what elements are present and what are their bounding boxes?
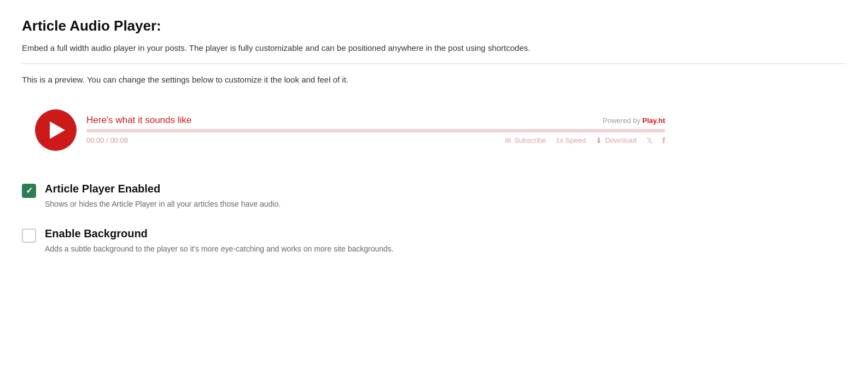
- time-current: 00:00: [86, 136, 104, 144]
- page-title: Article Audio Player:: [22, 17, 846, 34]
- setting-label-background: Enable Background: [45, 227, 394, 240]
- checkbox-article-player-enabled[interactable]: ✓: [22, 184, 36, 198]
- powered-by-prefix: Powered by: [603, 116, 642, 125]
- time-total: 00:08: [110, 136, 128, 144]
- subscribe-icon: ✉: [505, 136, 511, 145]
- checkbox-empty-unchecked[interactable]: [22, 229, 36, 243]
- checkbox-enable-background[interactable]: [22, 229, 36, 243]
- page-description: Embed a full width audio player in your …: [22, 42, 846, 55]
- progress-bar[interactable]: [86, 129, 665, 132]
- play-icon: [50, 121, 65, 139]
- setting-text-article-player: Article Player Enabled Shows or hides th…: [45, 183, 281, 210]
- facebook-share-control[interactable]: [662, 136, 665, 145]
- setting-text-background: Enable Background Adds a subtle backgrou…: [45, 227, 394, 255]
- subscribe-control[interactable]: ✉ Subscribe: [505, 136, 546, 145]
- player-bottom: 00:00 / 00:08 ✉ Subscribe 1x Speed ⬇ Dow…: [86, 136, 665, 145]
- divider: [22, 63, 846, 64]
- audio-player-preview: Here's what it sounds like Powered by Pl…: [22, 100, 678, 161]
- subscribe-label: Subscribe: [514, 136, 546, 144]
- setting-description-article-player: Shows or hides the Article Player in all…: [45, 198, 281, 210]
- facebook-icon: [662, 136, 665, 145]
- powered-by: Powered by Play.ht: [603, 116, 665, 125]
- speed-control[interactable]: 1x Speed: [556, 136, 586, 144]
- checkmark-icon: ✓: [26, 185, 33, 196]
- preview-note: This is a preview. You can change the se…: [22, 75, 846, 84]
- time-separator: /: [104, 136, 110, 144]
- checkbox-green-checked[interactable]: ✓: [22, 184, 36, 198]
- player-title: Here's what it sounds like: [86, 115, 191, 126]
- setting-description-background: Adds a subtle background to the player s…: [45, 243, 394, 255]
- time-display: 00:00 / 00:08: [86, 136, 128, 144]
- setting-label-article-player: Article Player Enabled: [45, 183, 281, 195]
- twitter-share-control[interactable]: [646, 136, 653, 145]
- player-top: Here's what it sounds like Powered by Pl…: [86, 115, 665, 126]
- download-label: Download: [605, 136, 637, 144]
- download-icon: ⬇: [596, 136, 602, 145]
- setting-enable-background: Enable Background Adds a subtle backgrou…: [22, 227, 846, 255]
- twitter-icon: [646, 136, 653, 145]
- setting-article-player-enabled: ✓ Article Player Enabled Shows or hides …: [22, 183, 846, 210]
- settings-section: ✓ Article Player Enabled Shows or hides …: [22, 183, 846, 255]
- play-button[interactable]: [35, 109, 77, 151]
- speed-label: 1x Speed: [556, 136, 586, 144]
- player-content: Here's what it sounds like Powered by Pl…: [86, 115, 665, 145]
- powered-by-brand: Play.ht: [642, 116, 665, 125]
- player-controls: ✉ Subscribe 1x Speed ⬇ Download: [505, 136, 665, 145]
- download-control[interactable]: ⬇ Download: [596, 136, 637, 145]
